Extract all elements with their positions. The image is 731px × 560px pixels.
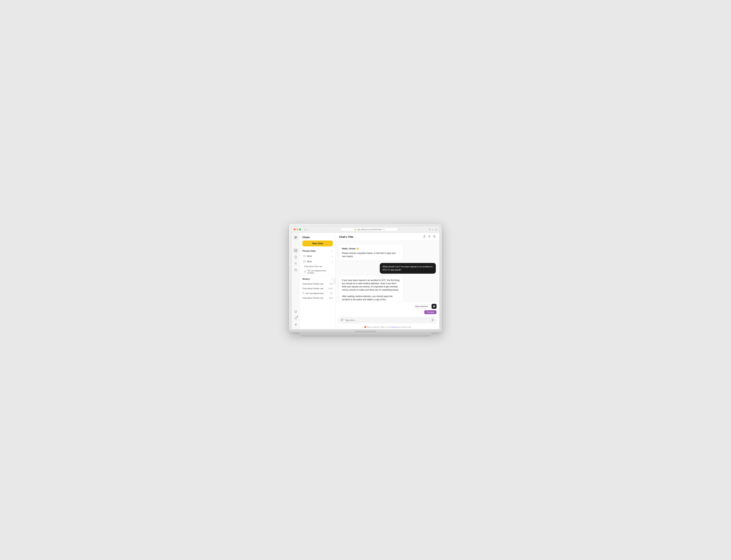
prompts-button[interactable]: Prompts — [424, 310, 437, 314]
svg-point-13 — [295, 324, 296, 325]
stop-response-button[interactable]: Stop response — [413, 304, 430, 308]
svg-point-8 — [295, 263, 296, 264]
chat-header: Chat's Title — [335, 233, 440, 241]
svg-point-12 — [295, 311, 296, 311]
lock-icon: 🔒 — [354, 229, 356, 230]
footer-bar: 🎁 Help us improve! Take a 1-min Survey a… — [335, 325, 440, 329]
mic-icon[interactable] — [431, 319, 434, 322]
history-item-1-label: Chat about Family Law — [302, 287, 323, 290]
history-item-2-time: Thu — [330, 292, 333, 294]
chat-bottom: Stop response Prompts — [335, 302, 440, 325]
folder-2-chevron: ∨ — [331, 261, 333, 263]
chat-input[interactable] — [345, 319, 430, 321]
info-icon-btn[interactable] — [293, 309, 298, 315]
sparkle-icon-btn[interactable] — [293, 322, 298, 327]
svg-rect-3 — [294, 250, 297, 251]
pinned-chats-label: Pinned chats — [302, 250, 316, 252]
pinned-chat-tax-law-label: Chat about Tax Law — [304, 265, 322, 267]
refresh-icon[interactable]: ↻ — [383, 229, 385, 230]
message-bot-0-title: Hello, Uroos 👋 — [342, 247, 400, 250]
stop-icon-button[interactable] — [432, 304, 437, 309]
history-item-0[interactable]: Chat about Family Law 9:36 — [300, 282, 335, 286]
stop-response-label: Stop response — [415, 305, 428, 307]
history-item-3-time: Wed — [329, 297, 333, 299]
prompts-row: Prompts — [338, 310, 437, 316]
history-item-0-time: 9:36 — [329, 283, 333, 285]
sidebar-title: Chats — [300, 233, 335, 240]
close-button[interactable] — [294, 229, 295, 230]
tab-icon: ⬜ — [304, 229, 306, 230]
address-bar[interactable]: 🔒 app.allawyer.pro/main#/chat/ ↻ — [341, 228, 398, 231]
history-item-1-time: 10:58 — [328, 288, 333, 290]
document-icon-btn[interactable] — [293, 254, 298, 260]
folder-2-label: Work — [307, 260, 312, 263]
history-item-1[interactable]: Chat about Family Law 10:58 — [300, 286, 335, 291]
maximize-button[interactable] — [299, 229, 301, 230]
share-browser-icon[interactable]: ⬆ — [429, 228, 431, 231]
message-bot-0-body: Please choose a question below, or feel … — [342, 252, 400, 258]
svg-rect-1 — [294, 237, 297, 238]
stop-response-row: Stop response — [338, 304, 437, 309]
history-item-3-label: Chat about Family Law — [302, 297, 323, 299]
message-bot-0: Hello, Uroos 👋 Please choose a question … — [339, 244, 403, 260]
folder-1-chevron: ∨ — [331, 255, 333, 257]
history-item-2[interactable]: Tax Law Agreement... Thu — [300, 291, 335, 296]
new-tab-icon[interactable]: + — [432, 228, 433, 231]
url-text: app.allawyer.pro/main#/chat/ — [357, 228, 382, 230]
survey-link[interactable]: Survey — [391, 326, 397, 328]
chat-header-actions — [423, 235, 436, 239]
folder-1-label: Work — [307, 255, 312, 257]
sidebar-collapse-button[interactable]: ‹ — [334, 278, 335, 284]
new-chat-button[interactable]: New Chat — [302, 240, 333, 246]
browser-actions: ⬆ + ⬜ — [429, 228, 437, 231]
message-bot-1: If you have been injured in an accident … — [339, 276, 403, 302]
sidebar-folder-work-2[interactable]: Work ∨ — [300, 259, 335, 264]
briefcase-icon-btn[interactable] — [293, 267, 298, 273]
pinned-chat-tax-agreement-label: Tax Law Agreements compar... — [307, 270, 333, 274]
history-section-header: History ⋮ — [300, 277, 335, 282]
input-row — [338, 317, 437, 323]
person-icon-btn[interactable] — [293, 261, 298, 266]
back-icon[interactable]: ‹ — [307, 228, 308, 231]
history-more-button[interactable]: ⋮ — [330, 278, 333, 280]
svg-rect-2 — [294, 238, 296, 238]
message-user-0-body: What should I do if I've been injured in… — [383, 265, 433, 271]
sidebar: Chats New Chat Pinned chats ⋮ Work — [300, 233, 335, 329]
history-label: History — [302, 278, 309, 280]
share-chat-icon[interactable] — [423, 235, 426, 239]
pin-chat-icon[interactable] — [428, 235, 431, 239]
sidebar-folder-work-1[interactable]: Work ∨ — [300, 254, 335, 259]
history-item-0-label: Chat about Family Law — [302, 283, 323, 285]
attach-icon[interactable] — [341, 319, 343, 322]
icon-bar — [291, 233, 300, 329]
forward-icon[interactable]: › — [309, 228, 309, 231]
folder-icon-2 — [303, 260, 306, 263]
chat-icon-btn[interactable] — [293, 248, 298, 254]
bell-icon-btn[interactable] — [293, 315, 298, 321]
traffic-lights — [294, 229, 301, 230]
footer-text: 🎁 Help us improve! Take a 1-min — [364, 326, 391, 328]
history-item-2-label: Tax Law Agreement... — [305, 292, 325, 294]
message-bot-1-body: If you have been injured in an accident … — [342, 279, 400, 301]
svg-point-22 — [434, 236, 435, 237]
pinned-section-header: Pinned chats ⋮ — [300, 249, 335, 254]
svg-rect-26 — [432, 319, 433, 320]
message-user-0: What should I do if I've been injured in… — [380, 263, 436, 274]
logo-button[interactable] — [293, 235, 298, 240]
main-chat-area: Chat's Title — [335, 233, 440, 329]
minimize-button[interactable] — [296, 229, 298, 230]
chat-messages: Hello, Uroos 👋 Please choose a question … — [335, 241, 440, 302]
pinned-chat-tax-agreement[interactable]: Tax Law Agreements compar... — [300, 268, 335, 275]
folder-icon-1 — [303, 255, 306, 258]
browser-controls: ⬜ ‹ › — [304, 228, 309, 231]
footer-suffix: and receive a gift — [397, 326, 411, 328]
svg-rect-9 — [294, 270, 297, 271]
doc-icon-tax — [304, 271, 306, 273]
svg-rect-0 — [294, 237, 297, 237]
history-item-3[interactable]: Chat about Family Law Wed — [300, 296, 335, 300]
extensions-icon[interactable]: ⬜ — [435, 228, 437, 231]
pinned-chat-tax-law[interactable]: Chat about Tax Law — [300, 264, 335, 268]
pinned-more-button[interactable]: ⋮ — [330, 250, 333, 252]
doc-icon-history-2 — [302, 292, 304, 294]
settings-chat-icon[interactable] — [433, 235, 436, 239]
